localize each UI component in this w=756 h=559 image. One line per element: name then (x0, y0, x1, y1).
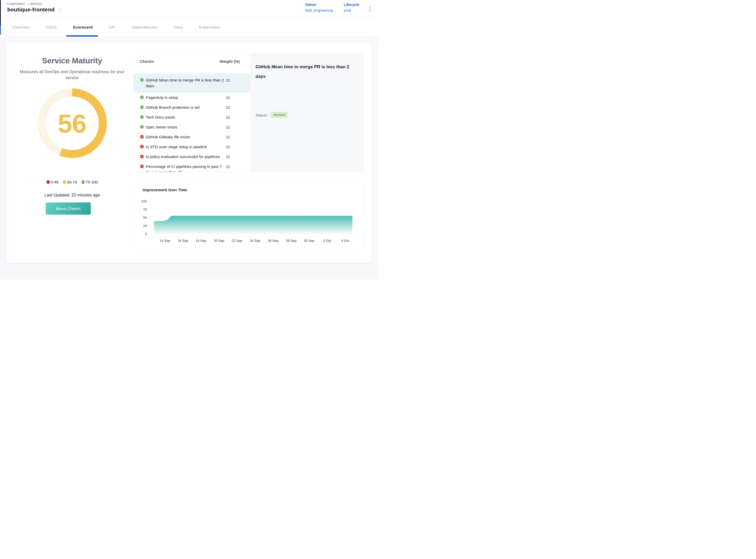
svg-text:25: 25 (143, 224, 147, 228)
checks-list: Checks Weight (%) ✓GitHub Mean time to m… (134, 54, 250, 172)
check-label: Pagerduty is setup (146, 95, 225, 100)
tab-bar: OverviewCI/CDScorecardAPIDependenciesDoc… (0, 18, 378, 37)
legend-dot-icon (46, 180, 50, 184)
tab-scorecard[interactable]: Scorecard (73, 18, 93, 37)
owner-label: Owner (305, 3, 317, 7)
check-failed-icon: ✕ (140, 135, 144, 139)
check-label: Percentage of CI pipelines passing in pa… (146, 164, 225, 172)
check-row[interactable]: ✓GitHub Branch protection is set11 (134, 103, 250, 112)
improvement-area-chart: 025507510014 Sep16 Sep18 Sep20 Sep22 Sep… (134, 179, 363, 252)
owner-link[interactable]: field_engineering (305, 8, 333, 13)
kebab-menu-icon[interactable] (368, 6, 371, 13)
page: COMPONENT — SERVICE boutique-frontend ☆ … (0, 0, 378, 280)
check-weight: 11 (226, 144, 230, 150)
svg-text:14 Sep: 14 Sep (160, 239, 170, 243)
check-passed-icon: ✓ (140, 78, 144, 82)
lifecycle-label: Lifecycle (344, 3, 359, 7)
check-label: Is policy evaluation successful for pipe… (146, 154, 225, 160)
check-detail-title: GitHub Mean time to merge PR is less tha… (255, 62, 351, 81)
maturity-score-donut: 56 (37, 89, 107, 158)
check-weight: 11 (226, 95, 230, 100)
left-edge-dark-strip (0, 0, 1, 25)
maturity-title: Service Maturity (13, 56, 132, 65)
legend-label: 75-100 (86, 180, 98, 184)
check-row[interactable]: ✓GitHub Mean time to merge PR is less th… (134, 73, 250, 93)
check-passed-icon: ✓ (140, 95, 144, 99)
legend-dot-icon (63, 180, 66, 184)
lifecycle-meta: Lifecycle prod (344, 2, 359, 13)
legend-item: 50-74 (63, 180, 77, 184)
check-label: Tech Docs exists (146, 114, 225, 120)
tab-docs[interactable]: Docs (174, 18, 183, 37)
favorite-star-icon[interactable]: ☆ (58, 7, 62, 12)
check-passed-icon: ✓ (140, 105, 144, 109)
check-failed-icon: ✕ (140, 155, 144, 158)
svg-text:24 Sep: 24 Sep (250, 239, 260, 243)
svg-text:30 Sep: 30 Sep (304, 239, 315, 243)
tab-api[interactable]: API (109, 18, 115, 37)
svg-text:100: 100 (141, 199, 147, 203)
rerun-checks-button[interactable]: Rerun Checks (46, 202, 91, 215)
page-title: boutique-frontend (7, 6, 55, 13)
check-label: GitHub Mean time to merge PR is less tha… (146, 77, 225, 89)
check-failed-icon: ✕ (140, 164, 144, 168)
check-weight: 11 (226, 164, 230, 170)
check-detail-panel: GitHub Mean time to merge PR is less tha… (250, 54, 363, 172)
check-row[interactable]: ✓Tech Docs exists11 (134, 112, 250, 122)
check-weight: 11 (226, 77, 230, 83)
check-weight: 11 (226, 134, 230, 140)
status-badge: PASSED (271, 112, 288, 118)
check-passed-icon: ✓ (140, 115, 144, 119)
check-row[interactable]: ✕GitHub Gitleaks file exists11 (134, 132, 250, 142)
legend-label: 0-49 (51, 180, 59, 184)
tab-overview[interactable]: Overview (13, 18, 29, 37)
weight-column-header: Weight (%) (220, 59, 240, 64)
tab-dependencies[interactable]: Dependencies (132, 18, 158, 37)
check-weight: 11 (226, 105, 230, 110)
check-row[interactable]: ✕Is STO scan stage setup in pipeline11 (134, 142, 250, 152)
svg-text:50: 50 (143, 216, 147, 220)
svg-text:16 Sep: 16 Sep (178, 239, 188, 243)
legend-dot-icon (82, 180, 85, 184)
check-row[interactable]: ✕Percentage of CI pipelines passing in p… (134, 162, 250, 172)
legend-item: 75-100 (82, 180, 98, 184)
check-label: Is STO scan stage setup in pipeline (146, 144, 225, 150)
lifecycle-value: prod (344, 8, 359, 13)
scorecard-card: Service Maturity Measures all DevOps and… (6, 43, 372, 263)
svg-text:2 Oct: 2 Oct (323, 239, 331, 243)
svg-text:28 Sep: 28 Sep (285, 239, 296, 243)
check-row[interactable]: ✕Is policy evaluation successful for pip… (134, 152, 250, 162)
check-weight: 11 (226, 114, 230, 120)
breadcrumb: COMPONENT — SERVICE (7, 3, 43, 5)
last-updated-text: Last Updated: 22 minutes ago (13, 193, 132, 198)
check-passed-icon: ✓ (140, 125, 144, 129)
check-weight: 11 (226, 124, 230, 130)
check-label: GitHub Gitleaks file exists (146, 134, 225, 140)
svg-text:18 Sep: 18 Sep (196, 239, 206, 243)
status-label: Status: (255, 113, 268, 117)
legend-item: 0-49 (46, 180, 59, 184)
checks-panel: Checks Weight (%) ✓GitHub Mean time to m… (133, 53, 363, 172)
check-row[interactable]: ✓Spec owner exists11 (134, 122, 250, 132)
tab-kubernetes[interactable]: Kubernetes (199, 18, 220, 37)
svg-text:22 Sep: 22 Sep (232, 239, 242, 243)
svg-text:56: 56 (58, 109, 86, 138)
check-label: GitHub Branch protection is set (146, 105, 225, 110)
header: COMPONENT — SERVICE boutique-frontend ☆ … (0, 0, 378, 18)
owner-meta: Owner field_engineering (305, 2, 333, 13)
checks-column-header: Checks (140, 59, 154, 64)
maturity-subtitle: Measures all DevOps and Operational read… (16, 69, 128, 81)
legend-label: 50-74 (67, 180, 77, 184)
improvement-chart-panel: Improvement Over Time 025507510014 Sep16… (133, 179, 363, 252)
svg-text:20 Sep: 20 Sep (213, 239, 224, 243)
left-edge-blue-strip (0, 25, 1, 35)
check-weight: 11 (226, 154, 230, 160)
score-legend: 0-4950-7475-100 (13, 180, 132, 184)
svg-text:0: 0 (145, 232, 147, 236)
check-failed-icon: ✕ (140, 145, 144, 149)
check-label: Spec owner exists (146, 124, 225, 130)
check-row[interactable]: ✓Pagerduty is setup11 (134, 93, 250, 103)
svg-text:75: 75 (143, 208, 147, 211)
svg-text:26 Sep: 26 Sep (268, 239, 278, 243)
tab-ci-cd[interactable]: CI/CD (46, 18, 57, 37)
